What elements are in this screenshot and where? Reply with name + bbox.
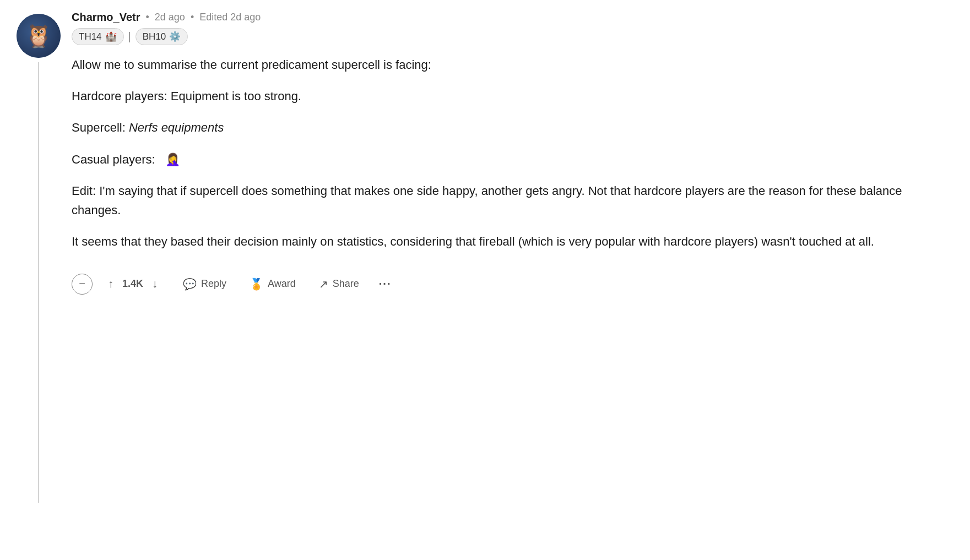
downvote-icon: ↓	[152, 278, 158, 290]
flair-bh10[interactable]: BH10 ⚙️	[136, 28, 188, 45]
award-icon: 🏅	[250, 278, 263, 291]
post-container: Charmo_Vetr • 2d ago • Edited 2d ago TH1…	[0, 0, 970, 503]
timestamp: 2d ago	[155, 12, 185, 23]
flair-th14-emoji: 🏰	[105, 31, 117, 42]
reply-button[interactable]: 💬 Reply	[173, 272, 236, 296]
flair-row: TH14 🏰 | BH10 ⚙️	[72, 28, 953, 45]
share-label: Share	[333, 278, 359, 290]
flair-bh10-emoji: ⚙️	[169, 31, 181, 42]
more-button[interactable]: ···	[372, 272, 398, 296]
paragraph-1: Allow me to summarise the current predic…	[72, 55, 953, 74]
post-header: Charmo_Vetr • 2d ago • Edited 2d ago	[72, 11, 953, 24]
paragraph-6: It seems that they based their decision …	[72, 232, 953, 251]
paragraph-4: Casual players: 🤦‍♀️	[72, 150, 953, 169]
italic-text: Nerfs equipments	[129, 121, 224, 134]
paragraph-5: Edit: I'm saying that if supercell does …	[72, 181, 953, 220]
paragraph-2: Hardcore players: Equipment is too stron…	[72, 86, 953, 106]
username[interactable]: Charmo_Vetr	[72, 11, 140, 24]
upvote-icon: ↑	[108, 278, 113, 290]
share-icon: ↗	[319, 278, 328, 291]
thread-line	[38, 62, 39, 503]
right-column: Charmo_Vetr • 2d ago • Edited 2d ago TH1…	[61, 11, 953, 503]
edited-label: Edited 2d ago	[199, 12, 261, 23]
collapse-button[interactable]: −	[72, 274, 93, 295]
downvote-button[interactable]: ↓	[148, 275, 162, 292]
collapse-icon: −	[79, 278, 85, 290]
meta-dot: •	[146, 12, 149, 23]
meta-dot-2: •	[191, 12, 194, 23]
reply-label: Reply	[201, 278, 226, 290]
paragraph-3: Supercell: Nerfs equipments	[72, 118, 953, 137]
left-column	[17, 11, 61, 503]
vote-group: ↑ 1.4K ↓	[96, 271, 170, 297]
flair-th14-text: TH14	[79, 31, 102, 42]
post-body: Allow me to summarise the current predic…	[72, 55, 953, 251]
flair-bh10-text: BH10	[143, 31, 166, 42]
share-button[interactable]: ↗ Share	[309, 272, 369, 296]
flair-th14[interactable]: TH14 🏰	[72, 28, 124, 45]
action-bar: − ↑ 1.4K ↓ 💬 Reply 🏅 Award	[72, 262, 953, 306]
upvote-button[interactable]: ↑	[104, 275, 118, 292]
award-label: Award	[268, 278, 296, 290]
more-icon: ···	[379, 278, 392, 290]
avatar[interactable]	[17, 14, 61, 58]
vote-count: 1.4K	[120, 278, 145, 290]
reply-icon: 💬	[183, 278, 197, 291]
flair-separator: |	[128, 30, 131, 43]
award-button[interactable]: 🏅 Award	[240, 272, 306, 296]
